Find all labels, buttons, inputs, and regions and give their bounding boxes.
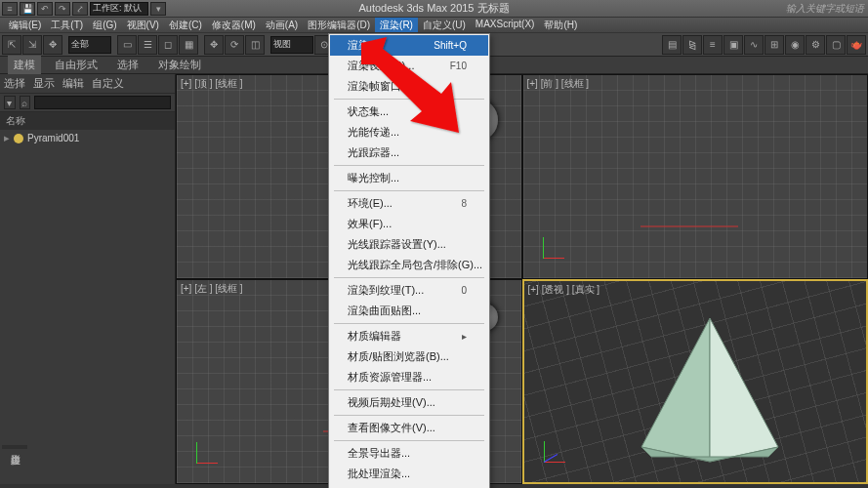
app-menu-button[interactable]: ≡ bbox=[2, 2, 18, 16]
mateditor-icon[interactable]: ◉ bbox=[785, 35, 805, 55]
menu-item-材质资源管理器[interactable]: 材质资源管理器... bbox=[330, 367, 488, 387]
undo-icon[interactable]: ↶ bbox=[37, 2, 53, 16]
render-teapot-icon[interactable]: 🫖 bbox=[847, 35, 866, 55]
viewport-front[interactable]: [+] [前 ] [线框 ] bbox=[522, 74, 869, 279]
menu-item-批处理渲染[interactable]: 批处理渲染... bbox=[330, 464, 488, 484]
menu-view[interactable]: 视图(V) bbox=[122, 18, 164, 32]
viewport-left-label[interactable]: [+] [左 ] [线框 ] bbox=[181, 282, 243, 296]
window-cross-icon[interactable]: ▦ bbox=[179, 35, 198, 55]
se-search-icon[interactable]: ⌕ bbox=[20, 96, 31, 109]
rect-select-icon[interactable]: ◻ bbox=[158, 35, 178, 55]
save-icon[interactable]: 💾 bbox=[20, 2, 35, 16]
axis-gizmo-left bbox=[196, 434, 226, 464]
filter-combo[interactable]: 全部 bbox=[68, 36, 111, 54]
scale-tool-icon[interactable]: ◫ bbox=[245, 35, 265, 55]
menu-help[interactable]: 帮助(H) bbox=[539, 18, 582, 32]
object-name: Pyramid001 bbox=[27, 133, 79, 143]
menu-maxscript[interactable]: MAXScript(X) bbox=[471, 18, 540, 32]
search-help[interactable]: 输入关键字或短语 bbox=[786, 2, 864, 16]
workspace-field[interactable] bbox=[90, 2, 148, 16]
se-tab-custom[interactable]: 自定义 bbox=[92, 76, 124, 91]
link-icon[interactable]: ⤤ bbox=[72, 2, 88, 16]
se-tab-display[interactable]: 显示 bbox=[33, 76, 55, 91]
menu-animation[interactable]: 动画(A) bbox=[261, 18, 303, 32]
viewport-perspective[interactable]: [+] [透视 ] [真实 ] bbox=[522, 279, 869, 484]
scene-object-row[interactable]: ▸ Pyramid001 bbox=[0, 130, 175, 146]
menu-item-效果F[interactable]: 效果(F)... bbox=[330, 214, 488, 234]
axis-gizmo-front bbox=[543, 229, 572, 259]
se-col-name[interactable]: 名称 bbox=[0, 112, 175, 130]
viewport-persp-label[interactable]: [+] [透视 ] [真实 ] bbox=[528, 283, 600, 297]
viewport-top-label[interactable]: [+] [顶 ] [线框 ] bbox=[181, 77, 243, 91]
menu-item-打印大小助手[interactable]: 打印大小助手... bbox=[330, 484, 488, 488]
ribbon-tab-freeform[interactable]: 自由形式 bbox=[49, 56, 103, 74]
ribbon-tab-modeling[interactable]: 建模 bbox=[8, 56, 41, 74]
menu-item-渲染曲面贴图[interactable]: 渲染曲面贴图... bbox=[330, 301, 488, 321]
render-menu-dropdown: 渲染Shift+Q渲染设置(R)...F10渲染帧窗口(W)...状态集...光… bbox=[328, 33, 490, 488]
menu-modifiers[interactable]: 修改器(M) bbox=[207, 18, 261, 32]
select-name-icon[interactable]: ☰ bbox=[138, 35, 157, 55]
viewport-container: [+] [顶 ] [线框 ] [+] [前 ] [线框 ] [+] [左 ] [… bbox=[176, 74, 868, 484]
layers-icon[interactable]: ▣ bbox=[723, 35, 743, 55]
window-title: Autodesk 3ds Max 2015 无标题 bbox=[358, 1, 509, 16]
ribbon-tab-paint[interactable]: 对象绘制 bbox=[152, 56, 207, 74]
move-tool-icon[interactable]: ✥ bbox=[204, 35, 224, 55]
menu-item-材质贴图浏览器B[interactable]: 材质/贴图浏览器(B)... bbox=[330, 346, 488, 367]
align-icon[interactable]: ≡ bbox=[703, 35, 723, 55]
curve-editor-icon[interactable]: ∿ bbox=[744, 35, 764, 55]
menu-render[interactable]: 渲染(R) bbox=[375, 18, 418, 32]
menu-item-环境E[interactable]: 环境(E)...8 bbox=[330, 193, 488, 214]
menu-item-光线跟踪全局包含排除G[interactable]: 光线跟踪全局包含/排除(G)... bbox=[330, 255, 488, 275]
menu-item-光能传递[interactable]: 光能传递... bbox=[330, 122, 488, 142]
menu-item-材质编辑器[interactable]: 材质编辑器▸ bbox=[330, 326, 488, 346]
menu-item-渲染[interactable]: 渲染Shift+Q bbox=[330, 35, 488, 56]
mirror-icon[interactable]: ⧎ bbox=[682, 35, 702, 55]
menu-item-渲染帧窗口W[interactable]: 渲染帧窗口(W)... bbox=[330, 76, 488, 97]
menu-item-渲染设置R[interactable]: 渲染设置(R)...F10 bbox=[330, 56, 488, 76]
menu-item-光线跟踪器设置Y[interactable]: 光线跟踪器设置(Y)... bbox=[330, 234, 488, 255]
bind-tool-icon[interactable]: ✥ bbox=[43, 35, 62, 55]
refcoord-combo[interactable]: 视图 bbox=[270, 36, 313, 54]
ws-dropdown-icon[interactable]: ▾ bbox=[150, 2, 166, 16]
render-setup-icon[interactable]: ⚙ bbox=[806, 35, 825, 55]
schematic-icon[interactable]: ⊞ bbox=[765, 35, 784, 55]
menu-item-全景导出器[interactable]: 全景导出器... bbox=[330, 443, 488, 464]
scene-explorer: 选择 显示 编辑 自定义 ▾ ⌕ 名称 ▸ Pyramid001 多边形建模 bbox=[0, 74, 176, 484]
polygon-modeling-tab[interactable]: 多边形建模 bbox=[2, 445, 27, 449]
rotate-tool-icon[interactable]: ⟳ bbox=[225, 35, 244, 55]
menu-graph[interactable]: 图形编辑器(D) bbox=[303, 18, 375, 32]
menu-tools[interactable]: 工具(T) bbox=[46, 18, 88, 32]
menu-item-状态集[interactable]: 状态集... bbox=[330, 102, 488, 122]
pyramid-shaded bbox=[622, 310, 798, 467]
svg-line-1 bbox=[689, 139, 728, 226]
axis-gizmo-persp bbox=[544, 433, 573, 463]
se-filter-icon[interactable]: ▾ bbox=[4, 96, 16, 109]
viewport-front-label[interactable]: [+] [前 ] [线框 ] bbox=[527, 77, 590, 91]
menu-item-渲染到纹理T[interactable]: 渲染到纹理(T)...0 bbox=[330, 280, 488, 301]
svg-marker-9 bbox=[710, 318, 778, 462]
pyramid-wire-front bbox=[641, 134, 738, 231]
se-search-input[interactable] bbox=[34, 96, 171, 109]
title-bar: ≡ 💾 ↶ ↷ ⤤ ▾ Autodesk 3ds Max 2015 无标题 输入… bbox=[0, 0, 868, 18]
unlink-tool-icon[interactable]: ⇲ bbox=[22, 35, 42, 55]
link-tool-icon[interactable]: ⇱ bbox=[2, 35, 21, 55]
svg-marker-8 bbox=[641, 318, 710, 462]
menu-custom[interactable]: 自定义(U) bbox=[418, 18, 471, 32]
menu-edit[interactable]: 编辑(E) bbox=[4, 18, 46, 32]
menu-bar: 编辑(E) 工具(T) 组(G) 视图(V) 创建(C) 修改器(M) 动画(A… bbox=[0, 18, 868, 33]
ribbon-tab-selection[interactable]: 选择 bbox=[111, 56, 145, 74]
select-tool-icon[interactable]: ▭ bbox=[117, 35, 137, 55]
menu-item-曝光控制[interactable]: 曝光控制... bbox=[330, 168, 488, 188]
menu-group[interactable]: 组(G) bbox=[88, 18, 121, 32]
named-sel-icon[interactable]: ▤ bbox=[662, 35, 682, 55]
geometry-icon bbox=[14, 134, 23, 143]
menu-item-视频后期处理V[interactable]: 视频后期处理(V)... bbox=[330, 392, 488, 413]
menu-create[interactable]: 创建(C) bbox=[164, 18, 207, 32]
se-tab-select[interactable]: 选择 bbox=[4, 76, 25, 91]
redo-icon[interactable]: ↷ bbox=[55, 2, 70, 16]
menu-item-查看图像文件V[interactable]: 查看图像文件(V)... bbox=[330, 418, 488, 438]
se-tab-edit[interactable]: 编辑 bbox=[62, 76, 84, 91]
menu-item-光跟踪器[interactable]: 光跟踪器... bbox=[330, 142, 488, 163]
svg-line-0 bbox=[650, 139, 689, 226]
render-frame-icon[interactable]: ▢ bbox=[826, 35, 846, 55]
